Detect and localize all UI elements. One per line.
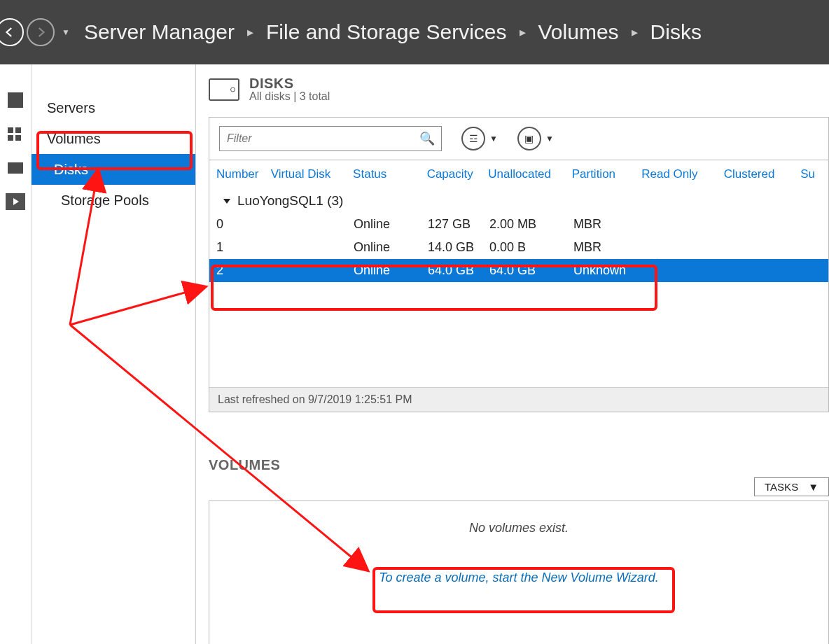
- cell-number: 1: [216, 240, 271, 255]
- breadcrumb: Server Manager ▸ File and Storage Servic…: [84, 20, 702, 44]
- disk-icon: [209, 78, 239, 101]
- table-row[interactable]: 0 Online 127 GB 2.00 MB MBR: [209, 213, 828, 236]
- forward-button[interactable]: [27, 18, 55, 46]
- cell-partition: Unknown: [573, 263, 643, 278]
- no-volumes-text: No volumes exist.: [469, 521, 569, 536]
- cell-unallocated: 2.00 MB: [489, 217, 573, 232]
- save-options-button[interactable]: ▣▼: [517, 127, 554, 150]
- cell-capacity: 127 GB: [428, 217, 489, 232]
- table-row[interactable]: 1 Online 14.0 GB 0.00 B MBR: [209, 236, 828, 259]
- side-nav: Servers Volumes Disks Storage Pools: [32, 64, 196, 644]
- tasks-button[interactable]: TASKS ▼: [754, 477, 829, 496]
- disks-icon[interactable]: [6, 193, 25, 210]
- collapse-icon: [223, 199, 230, 204]
- cell-partition: MBR: [573, 217, 643, 232]
- col-number[interactable]: Number: [216, 167, 271, 181]
- tasks-label: TASKS: [765, 481, 798, 493]
- titlebar: ▼ Server Manager ▸ File and Storage Serv…: [0, 0, 829, 64]
- col-status[interactable]: Status: [353, 167, 427, 181]
- crumb-root[interactable]: Server Manager: [84, 20, 235, 44]
- cell-unallocated: 0.00 B: [489, 240, 573, 255]
- save-icon: ▣: [517, 127, 541, 150]
- volumes-icon[interactable]: [8, 162, 23, 174]
- cell-status: Online: [354, 240, 428, 255]
- back-button[interactable]: [0, 18, 24, 46]
- panel-subtitle: All disks | 3 total: [249, 90, 330, 103]
- cell-unallocated: 64.0 GB: [489, 263, 573, 278]
- crumb-2[interactable]: Volumes: [538, 20, 619, 44]
- cell-vd: [271, 240, 354, 255]
- cell-status: Online: [354, 217, 428, 232]
- server-icon[interactable]: [8, 92, 23, 108]
- chevron-right-icon: ▸: [247, 24, 253, 40]
- filter-input[interactable]: [220, 127, 413, 150]
- cell-partition: MBR: [573, 240, 643, 255]
- new-volume-wizard-link[interactable]: To create a volume, start the New Volume…: [379, 570, 659, 585]
- col-clustered[interactable]: Clustered: [724, 167, 800, 181]
- col-unallocated[interactable]: Unallocated: [488, 167, 571, 181]
- history-dropdown-icon[interactable]: ▼: [62, 27, 70, 37]
- sidebar-item-storage-pools[interactable]: Storage Pools: [32, 185, 195, 216]
- crumb-1[interactable]: File and Storage Services: [266, 20, 507, 44]
- group-label: LuoYongSQL1 (3): [237, 193, 343, 209]
- cell-number: 0: [216, 217, 271, 232]
- caret-down-icon: ▼: [808, 481, 818, 493]
- col-readonly[interactable]: Read Only: [641, 167, 723, 181]
- search-icon[interactable]: 🔍: [413, 131, 441, 146]
- grid-footer: Last refreshed on 9/7/2019 1:25:51 PM: [209, 387, 828, 412]
- group-row[interactable]: LuoYongSQL1 (3): [209, 189, 828, 213]
- grid-header: Number Virtual Disk Status Capacity Unal…: [209, 160, 828, 189]
- col-subsystem[interactable]: Su: [800, 167, 828, 181]
- cell-capacity: 64.0 GB: [428, 263, 489, 278]
- filter-box[interactable]: 🔍: [219, 126, 442, 151]
- col-capacity[interactable]: Capacity: [427, 167, 489, 181]
- caret-down-icon: ▼: [489, 134, 498, 144]
- main-content: DISKS All disks | 3 total 🔍 ☲▼ ▣▼ Nu: [196, 64, 829, 644]
- sidebar-item-volumes[interactable]: Volumes: [32, 123, 195, 154]
- caret-down-icon: ▼: [545, 134, 554, 144]
- disks-grid: Number Virtual Disk Status Capacity Unal…: [209, 160, 829, 412]
- cell-vd: [271, 263, 354, 278]
- sidebar-item-servers[interactable]: Servers: [32, 92, 195, 123]
- panel-title: DISKS: [249, 76, 330, 92]
- iconbar: [0, 64, 32, 644]
- view-options-button[interactable]: ☲▼: [461, 127, 498, 150]
- cell-vd: [271, 217, 354, 232]
- col-virtual-disk[interactable]: Virtual Disk: [271, 167, 353, 181]
- crumb-3[interactable]: Disks: [650, 20, 702, 44]
- cell-capacity: 14.0 GB: [428, 240, 489, 255]
- chevron-right-icon: ▸: [520, 24, 526, 40]
- table-row[interactable]: 2 Online 64.0 GB 64.0 GB Unknown: [209, 259, 828, 282]
- cell-number: 2: [216, 263, 271, 278]
- cell-status: Online: [354, 263, 428, 278]
- sidebar-item-disks[interactable]: Disks: [32, 154, 195, 185]
- toolbar: 🔍 ☲▼ ▣▼: [209, 117, 829, 160]
- dashboard-icon[interactable]: [8, 127, 23, 143]
- chevron-right-icon: ▸: [632, 24, 638, 40]
- volumes-title: VOLUMES: [209, 457, 829, 473]
- col-partition[interactable]: Partition: [572, 167, 642, 181]
- list-icon: ☲: [461, 127, 485, 150]
- volumes-box: No volumes exist. To create a volume, st…: [209, 500, 829, 644]
